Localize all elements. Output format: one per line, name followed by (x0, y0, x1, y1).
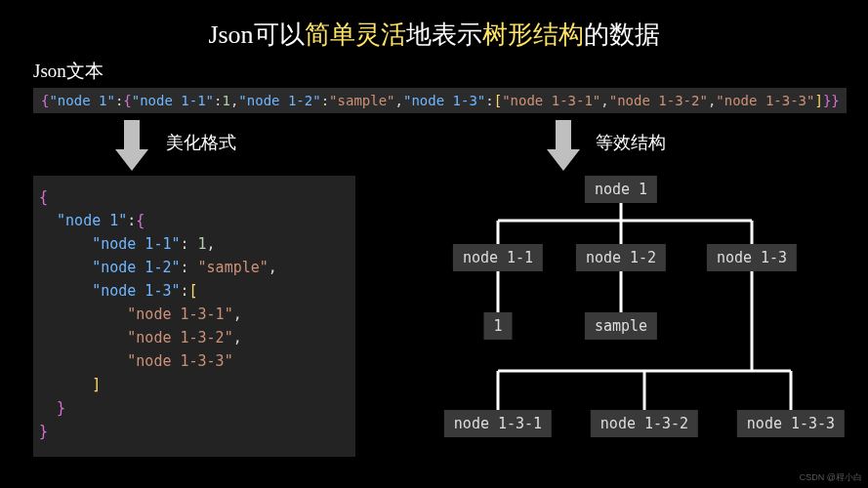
tree-node: node 1 (585, 176, 657, 203)
tree-node: sample (585, 312, 657, 340)
code-line: ] (39, 373, 350, 396)
tree-node: node 1-3-2 (591, 410, 698, 437)
page-title: Json可以简单灵活地表示树形结构的数据 (0, 0, 868, 52)
code-line: "node 1-2": "sample", (39, 256, 350, 279)
code-line: } (39, 420, 350, 443)
code-line: "node 1-3-3" (39, 349, 350, 373)
tree-node: 1 (483, 312, 512, 340)
tree-node: node 1-2 (576, 244, 666, 271)
code-line: "node 1-3":[ (39, 279, 350, 303)
tree-node: node 1-3-3 (737, 410, 845, 437)
tree-node: node 1-1 (453, 244, 543, 271)
code-line: "node 1":{ (39, 209, 350, 232)
arrow-down-icon (115, 120, 148, 171)
arrow-down-icon (547, 120, 580, 171)
json-flat-code: {"node 1":{"node 1-1":1,"node 1-2":"samp… (33, 88, 847, 113)
tree-diagram: node 1node 1-1node 1-2node 1-31samplenod… (400, 176, 859, 468)
code-line: { (39, 185, 350, 209)
tree-node: node 1-3 (707, 244, 797, 271)
code-line: } (39, 396, 350, 420)
code-line: "node 1-1": 1, (39, 232, 350, 256)
code-line: "node 1-3-1", (39, 303, 350, 326)
tree-node: node 1-3-1 (444, 410, 552, 437)
equivalent-structure-label: 等效结构 (596, 131, 666, 154)
json-pretty-code: { "node 1":{ "node 1-1": 1, "node 1-2": … (33, 176, 355, 457)
json-text-label: Json文本 (33, 59, 103, 84)
watermark: CSDN @程小白 (800, 471, 862, 484)
pretty-format-label: 美化格式 (166, 131, 236, 154)
code-line: "node 1-3-2", (39, 326, 350, 349)
